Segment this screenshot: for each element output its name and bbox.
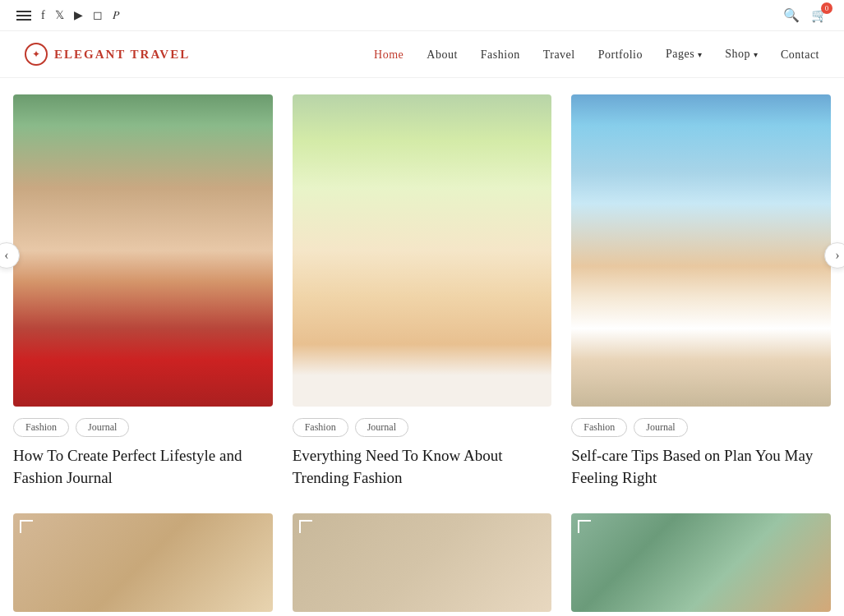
article-card-1: Fashion Journal How To Create Perfect Li… — [13, 94, 273, 489]
article-card-3: Fashion Journal Self-care Tips Based on … — [571, 94, 831, 489]
article-title-2[interactable]: Everything Need To Know About Trending F… — [293, 445, 552, 489]
logo-icon: ✦ — [25, 43, 48, 66]
chevron-down-icon: ▾ — [698, 50, 702, 59]
article-title-3[interactable]: Self-care Tips Based on Plan You May Fee… — [571, 445, 831, 489]
corner-mark-1 — [20, 520, 33, 533]
top-bar-left: f 𝕏 ▶ ◻ 𝑃 — [16, 8, 119, 22]
facebook-icon[interactable]: f — [41, 9, 45, 22]
nav-link-portfolio[interactable]: Portfolio — [598, 48, 643, 61]
nav-item-portfolio[interactable]: Portfolio — [598, 47, 643, 62]
cart-badge: 0 — [821, 2, 832, 14]
tag-journal-2[interactable]: Journal — [355, 418, 408, 437]
article-grid: Fashion Journal How To Create Perfect Li… — [13, 94, 831, 489]
main-content: ‹ Fashion Journal How To Create Perfect … — [0, 78, 844, 616]
nav-item-fashion[interactable]: Fashion — [481, 47, 520, 62]
tag-journal-3[interactable]: Journal — [634, 418, 687, 437]
youtube-icon[interactable]: ▶ — [74, 8, 83, 22]
article-tags-2: Fashion Journal — [293, 418, 552, 437]
pinterest-icon[interactable]: 𝑃 — [113, 9, 119, 22]
nav-item-about[interactable]: About — [427, 47, 458, 62]
top-bar: f 𝕏 ▶ ◻ 𝑃 🔍 🛒 0 — [0, 0, 844, 31]
article-image-3[interactable] — [571, 94, 831, 407]
article-tags-1: Fashion Journal — [13, 418, 273, 437]
tag-fashion-3[interactable]: Fashion — [571, 418, 627, 437]
cart-icon[interactable]: 🛒 0 — [811, 7, 828, 23]
bottom-grid — [13, 513, 831, 612]
nav-bar: ✦ ELEGANT TRAVEL Home About Fashion Trav… — [0, 31, 844, 78]
tag-journal-1[interactable]: Journal — [76, 418, 129, 437]
nav-links: Home About Fashion Travel Portfolio Page… — [374, 47, 819, 62]
nav-item-travel[interactable]: Travel — [543, 47, 575, 62]
carousel-next-button[interactable]: › — [824, 242, 844, 269]
nav-link-fashion[interactable]: Fashion — [481, 48, 520, 61]
hamburger-menu[interactable] — [16, 11, 31, 21]
tag-fashion-2[interactable]: Fashion — [293, 418, 348, 437]
nav-link-home[interactable]: Home — [374, 48, 404, 61]
corner-mark-3 — [578, 520, 591, 533]
nav-link-travel[interactable]: Travel — [543, 48, 575, 61]
article-card-2: Fashion Journal Everything Need To Know … — [293, 94, 552, 489]
article-image-2[interactable] — [293, 94, 552, 407]
nav-link-contact[interactable]: Contact — [781, 48, 819, 61]
article-title-1[interactable]: How To Create Perfect Lifestyle and Fash… — [13, 445, 273, 489]
bottom-card-2[interactable] — [293, 513, 552, 612]
twitter-icon[interactable]: 𝕏 — [55, 8, 64, 22]
corner-mark-2 — [299, 520, 312, 533]
logo[interactable]: ✦ ELEGANT TRAVEL — [25, 43, 190, 66]
nav-link-shop[interactable]: Shop — [725, 48, 750, 61]
search-icon[interactable]: 🔍 — [783, 7, 800, 23]
nav-item-home[interactable]: Home — [374, 47, 404, 62]
nav-item-shop[interactable]: Shop ▾ — [725, 48, 758, 61]
top-bar-right: 🔍 🛒 0 — [783, 7, 828, 23]
nav-link-about[interactable]: About — [427, 48, 458, 61]
article-tags-3: Fashion Journal — [571, 418, 831, 437]
bottom-card-1[interactable] — [13, 513, 273, 612]
bottom-card-3[interactable] — [571, 513, 831, 612]
instagram-icon[interactable]: ◻ — [93, 8, 103, 22]
logo-text: ELEGANT TRAVEL — [54, 48, 190, 62]
tag-fashion-1[interactable]: Fashion — [13, 418, 69, 437]
chevron-right-icon: › — [835, 248, 839, 263]
chevron-left-icon: ‹ — [4, 248, 8, 263]
nav-link-pages[interactable]: Pages — [666, 48, 694, 61]
nav-item-contact[interactable]: Contact — [781, 47, 819, 62]
article-image-1[interactable] — [13, 94, 273, 407]
chevron-down-icon: ▾ — [754, 50, 758, 59]
nav-item-pages[interactable]: Pages ▾ — [666, 48, 702, 61]
